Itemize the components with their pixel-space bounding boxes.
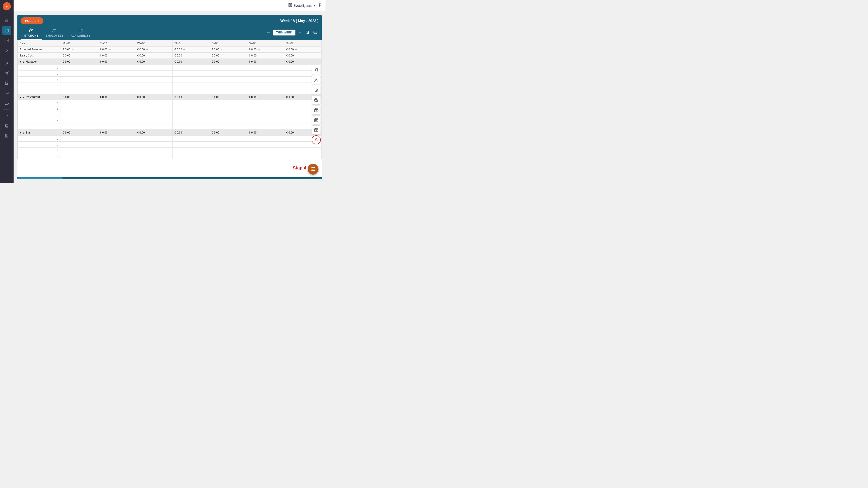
manager-s2-we[interactable] — [135, 71, 173, 76]
rest-s1-mo[interactable] — [61, 100, 98, 106]
bar-s3-tu[interactable] — [98, 148, 135, 153]
manager-s1-fr[interactable] — [210, 65, 247, 71]
zoom-in-button[interactable] — [305, 29, 311, 36]
rest-s1-tu[interactable] — [98, 100, 135, 106]
bar-s4-th[interactable] — [173, 153, 210, 159]
calendar-add-button[interactable] — [312, 105, 321, 115]
manager-s3-sa[interactable] — [247, 76, 284, 83]
collapse-restaurant-icon[interactable]: ▼ — [20, 96, 22, 98]
rest-s4-mo[interactable] — [61, 118, 98, 124]
bar-s2-sa[interactable] — [247, 142, 284, 148]
sidebar-item-send[interactable] — [2, 69, 11, 78]
manager-s2-th[interactable] — [173, 71, 210, 76]
manager-s4-mo[interactable] — [61, 83, 98, 88]
org-selector[interactable]: Eyetelligence ▾ — [288, 3, 315, 8]
rest-s2-we[interactable] — [135, 106, 173, 112]
bar-s4-mo[interactable] — [61, 153, 98, 159]
calendar-check-button[interactable] — [312, 116, 321, 125]
manager-s1-mo[interactable] — [61, 65, 98, 71]
bar-s4-tu[interactable] — [98, 153, 135, 159]
bar-s3-fr[interactable] — [210, 148, 247, 153]
bar-s2-mo[interactable] — [61, 142, 98, 148]
edit-icon-su[interactable]: ✏ — [295, 48, 297, 51]
manager-s3-we[interactable] — [135, 76, 173, 83]
bar-s4-we[interactable] — [135, 153, 173, 159]
bar-s1-sa[interactable] — [247, 136, 284, 142]
next-week-button[interactable]: → — [297, 29, 303, 36]
tab-stations[interactable]: STATIONS — [21, 27, 42, 40]
edit-icon-tu[interactable]: ✏ — [109, 48, 111, 51]
fab-button[interactable]: ☰ — [308, 164, 318, 175]
bar-s4-sa[interactable] — [247, 153, 284, 159]
collapse-bar-icon[interactable]: ▼ — [20, 131, 22, 134]
manager-s3-fr[interactable] — [210, 76, 247, 83]
tab-employees[interactable]: EMPLOYEES — [42, 27, 67, 40]
manager-s2-tu[interactable] — [98, 71, 135, 76]
bar-s1-mo[interactable] — [61, 136, 98, 142]
bar-s4-su[interactable] — [284, 153, 322, 159]
rest-s1-fr[interactable] — [210, 100, 247, 106]
manager-s4-th[interactable] — [173, 83, 210, 88]
rest-s2-mo[interactable] — [61, 106, 98, 112]
rest-s2-th[interactable] — [173, 106, 210, 112]
manager-s1-we[interactable] — [135, 65, 173, 71]
expand-restaurant-icon[interactable]: ▲ — [23, 96, 25, 98]
manager-s4-tu[interactable] — [98, 83, 135, 88]
expand-manager-icon[interactable]: ▲ — [23, 61, 25, 63]
app-logo[interactable]: e — [3, 2, 11, 10]
manager-s2-sa[interactable] — [247, 71, 284, 76]
sidebar-item-book[interactable] — [2, 121, 11, 130]
this-week-button[interactable]: THIS WEEK — [273, 30, 296, 35]
prev-week-button[interactable]: ← — [266, 29, 272, 36]
manager-s3-mo[interactable] — [61, 76, 98, 83]
edit-icon-mo[interactable]: ✏ — [72, 48, 73, 51]
sidebar-item-calendar-small[interactable]: ▦ — [2, 16, 11, 25]
manager-s3-th[interactable] — [173, 76, 210, 83]
delete-tool-button[interactable] — [312, 86, 321, 95]
zoom-out-button[interactable] — [312, 29, 318, 36]
scrollbar-thumb[interactable] — [18, 177, 63, 179]
copy-tool-button[interactable] — [312, 66, 321, 75]
rest-s4-sa[interactable] — [247, 118, 284, 124]
sidebar-item-building[interactable] — [2, 131, 11, 140]
manager-s4-sa[interactable] — [247, 83, 284, 88]
table-wrapper[interactable]: Date Mo-01 Tu-02 We-03 Th-04 Fr-05 Sa-06… — [18, 40, 322, 177]
sidebar-item-people[interactable] — [2, 46, 11, 55]
rest-s2-tu[interactable] — [98, 106, 135, 112]
bar-s1-we[interactable] — [135, 136, 173, 142]
bar-s3-th[interactable] — [173, 148, 210, 153]
rest-s4-th[interactable] — [173, 118, 210, 124]
sidebar-item-person[interactable] — [2, 59, 11, 68]
sidebar-item-id[interactable] — [2, 89, 11, 98]
person-help-button[interactable]: ? — [312, 135, 321, 144]
bar-s1-fr[interactable] — [210, 136, 247, 142]
rest-s1-th[interactable] — [173, 100, 210, 106]
rest-s1-sa[interactable] — [247, 100, 284, 106]
manager-s4-fr[interactable] — [210, 83, 247, 88]
bar-s1-th[interactable] — [173, 136, 210, 142]
edit-icon-sa[interactable]: ✏ — [258, 48, 260, 51]
bar-s3-sa[interactable] — [247, 148, 284, 153]
bar-s1-tu[interactable] — [98, 136, 135, 142]
bar-s3-mo[interactable] — [61, 148, 98, 153]
publish-button[interactable]: PUBLISH — [21, 18, 43, 24]
bar-s2-fr[interactable] — [210, 142, 247, 148]
tab-availability[interactable]: AVAILABILITY — [67, 27, 94, 40]
rest-s3-we[interactable] — [135, 112, 173, 118]
sidebar-item-report[interactable] — [2, 78, 11, 88]
bar-s3-we[interactable] — [135, 148, 173, 153]
edit-icon-fr[interactable]: ✏ — [221, 48, 222, 51]
manager-s4-we[interactable] — [135, 83, 173, 88]
expand-bar-icon[interactable]: ▲ — [23, 131, 25, 134]
manager-s2-fr[interactable] — [210, 71, 247, 76]
sidebar-item-cloud[interactable] — [2, 98, 11, 107]
manager-s1-th[interactable] — [173, 65, 210, 71]
sidebar-item-calendar-check[interactable] — [2, 36, 11, 45]
bar-s2-we[interactable] — [135, 142, 173, 148]
sidebar-item-question[interactable]: ? — [2, 111, 11, 121]
rest-s4-fr[interactable] — [210, 118, 247, 124]
rest-s3-fr[interactable] — [210, 112, 247, 118]
manager-s1-sa[interactable] — [247, 65, 284, 71]
manager-s3-tu[interactable] — [98, 76, 135, 83]
rest-s3-th[interactable] — [173, 112, 210, 118]
